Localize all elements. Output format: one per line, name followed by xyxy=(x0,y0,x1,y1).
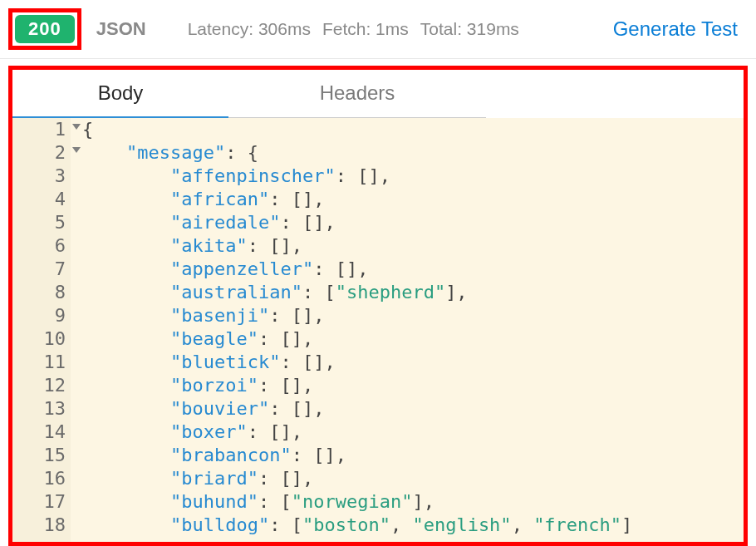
line-number: 2 xyxy=(12,141,71,165)
status-highlight-box: 200 xyxy=(8,8,81,50)
code-line[interactable]: "buhund": ["norwegian"], xyxy=(82,490,744,514)
line-number: 17 xyxy=(12,490,71,514)
response-tabs: Body Headers xyxy=(12,70,744,118)
line-number: 1 xyxy=(12,118,71,141)
code-line[interactable]: "akita": [], xyxy=(82,234,744,258)
code-line[interactable]: "bluetick": [], xyxy=(82,351,744,374)
line-number-gutter: 123456789101112131415161718 xyxy=(12,118,71,542)
code-line[interactable]: "bouvier": [], xyxy=(82,397,744,421)
line-number: 3 xyxy=(12,165,71,188)
response-header: 200 JSON Latency: 306ms Fetch: 1ms Total… xyxy=(0,0,756,59)
line-number: 9 xyxy=(12,304,71,327)
tab-body[interactable]: Body xyxy=(12,70,228,118)
line-number: 12 xyxy=(12,374,71,397)
code-line[interactable]: "basenji": [], xyxy=(82,304,744,327)
code-line[interactable]: "appenzeller": [], xyxy=(82,258,744,281)
status-code-badge: 200 xyxy=(15,15,75,43)
code-line[interactable]: { xyxy=(82,118,744,141)
response-format-label: JSON xyxy=(96,18,146,40)
code-line[interactable]: "message": { xyxy=(82,141,744,165)
line-number: 14 xyxy=(12,421,71,444)
line-number: 7 xyxy=(12,258,71,281)
line-number: 11 xyxy=(12,351,71,374)
tab-headers[interactable]: Headers xyxy=(228,70,486,118)
code-line[interactable]: "bulldog": ["boston", "english", "french… xyxy=(82,514,744,537)
response-panel: Body Headers 123456789101112131415161718… xyxy=(8,66,748,546)
fold-icon[interactable] xyxy=(72,147,81,153)
line-number: 10 xyxy=(12,327,71,351)
fold-icon[interactable] xyxy=(72,124,81,130)
code-line[interactable]: "boxer": [], xyxy=(82,421,744,444)
line-number: 5 xyxy=(12,211,71,234)
latency-label: Latency: 306ms xyxy=(188,19,311,39)
timing-block: Latency: 306ms Fetch: 1ms Total: 319ms xyxy=(188,19,519,39)
line-number: 18 xyxy=(12,514,71,537)
tab-spacer xyxy=(486,70,744,118)
code-line[interactable]: "airedale": [], xyxy=(82,211,744,234)
line-number: 4 xyxy=(12,188,71,211)
line-number: 8 xyxy=(12,281,71,304)
line-number: 15 xyxy=(12,444,71,467)
line-number: 13 xyxy=(12,397,71,421)
line-number: 16 xyxy=(12,467,71,490)
code-line[interactable]: "affenpinscher": [], xyxy=(82,165,744,188)
total-label: Total: 319ms xyxy=(420,19,519,39)
code-line[interactable]: "african": [], xyxy=(82,188,744,211)
code-line[interactable]: "briard": [], xyxy=(82,467,744,490)
code-line[interactable]: "beagle": [], xyxy=(82,327,744,351)
generate-test-link[interactable]: Generate Test xyxy=(613,17,738,41)
line-number: 6 xyxy=(12,234,71,258)
code-content[interactable]: { "message": { "affenpinscher": [], "afr… xyxy=(71,118,744,542)
code-line[interactable]: "brabancon": [], xyxy=(82,444,744,467)
code-line[interactable]: "australian": ["shepherd"], xyxy=(82,281,744,304)
json-editor[interactable]: 123456789101112131415161718 { "message":… xyxy=(12,118,744,542)
code-line[interactable]: "borzoi": [], xyxy=(82,374,744,397)
fetch-label: Fetch: 1ms xyxy=(322,19,409,39)
